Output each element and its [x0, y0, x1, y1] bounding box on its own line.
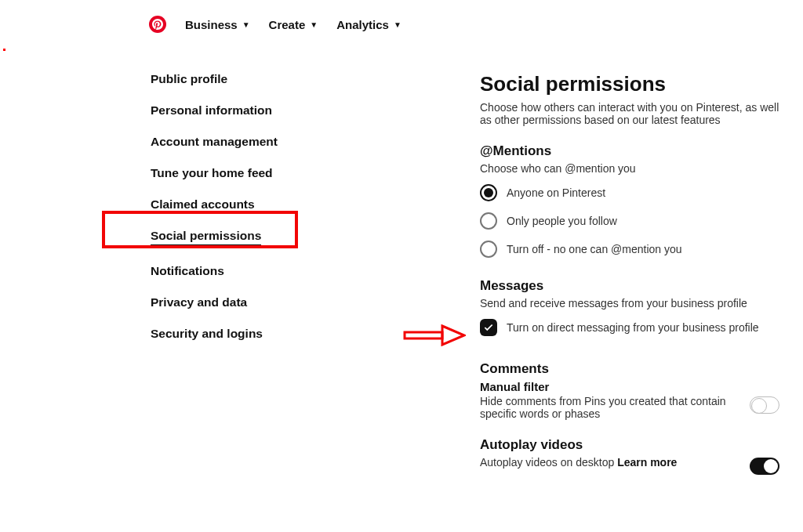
mentions-option-anyone[interactable]: Anyone on Pinterest [480, 184, 779, 201]
mentions-option-following[interactable]: Only people you follow [480, 212, 779, 230]
nav-business[interactable]: Business ▼ [185, 18, 250, 31]
mentions-sub: Choose who can @mention you [480, 162, 778, 175]
nav-label: Create [269, 18, 306, 31]
sidebar-item-notifications[interactable]: Notifications [151, 264, 224, 278]
autoplay-heading: Autoplay videos [480, 437, 779, 453]
nav-label: Analytics [336, 18, 389, 31]
sidebar-item-social-permissions[interactable]: Social permissions [151, 229, 261, 247]
radio-icon [480, 241, 497, 258]
manual-filter-desc: Hide comments from Pins you created that… [480, 395, 734, 420]
messages-sub: Send and receive messages from your busi… [480, 297, 778, 309]
sidebar-item-security-logins[interactable]: Security and logins [151, 327, 263, 341]
autoplay-learn-more-link[interactable]: Learn more [617, 456, 677, 469]
comments-heading: Comments [480, 361, 779, 377]
decorative-dot [3, 49, 5, 51]
chevron-down-icon: ▼ [242, 20, 250, 29]
page-description: Choose how others can interact with you … [480, 101, 779, 126]
checkbox-checked-icon [480, 319, 497, 336]
radio-label: Anyone on Pinterest [507, 186, 605, 199]
messages-direct-toggle[interactable]: Turn on direct messaging from your busin… [480, 319, 779, 336]
sidebar-item-account-management[interactable]: Account management [151, 135, 278, 149]
autoplay-desc: Autoplay videos on desktop Learn more [480, 456, 677, 469]
mentions-heading: @Mentions [480, 143, 779, 159]
mentions-option-off[interactable]: Turn off - no one can @mention you [480, 241, 779, 258]
main-content: Public profile Personal information Acco… [0, 41, 803, 492]
manual-filter-label: Manual filter [480, 380, 779, 393]
radio-icon [480, 212, 497, 230]
sidebar-item-tune-home-feed[interactable]: Tune your home feed [151, 166, 273, 180]
sidebar-item-claimed-accounts[interactable]: Claimed accounts [151, 197, 255, 212]
page-title: Social permissions [480, 72, 779, 96]
autoplay-toggle[interactable] [750, 458, 779, 475]
messages-heading: Messages [480, 278, 779, 294]
nav-analytics[interactable]: Analytics ▼ [336, 18, 402, 31]
autoplay-desc-text: Autoplay videos on desktop [480, 456, 617, 469]
checkbox-label: Turn on direct messaging from your busin… [507, 321, 759, 334]
chevron-down-icon: ▼ [310, 20, 318, 29]
radio-label: Only people you follow [507, 215, 617, 227]
settings-sidebar: Public profile Personal information Acco… [0, 72, 298, 492]
sidebar-item-personal-information[interactable]: Personal information [151, 103, 272, 118]
top-nav: Business ▼ Create ▼ Analytics ▼ [0, 0, 803, 41]
radio-label: Turn off - no one can @mention you [507, 243, 682, 255]
radio-icon [480, 184, 497, 201]
chevron-down-icon: ▼ [394, 20, 402, 29]
sidebar-item-privacy-data[interactable]: Privacy and data [151, 295, 247, 309]
pinterest-logo-icon[interactable] [149, 16, 166, 33]
settings-panel: Social permissions Choose how others can… [298, 72, 803, 492]
manual-filter-toggle[interactable] [750, 396, 779, 414]
sidebar-item-public-profile[interactable]: Public profile [151, 72, 227, 86]
nav-label: Business [185, 18, 238, 31]
nav-create[interactable]: Create ▼ [269, 18, 318, 31]
